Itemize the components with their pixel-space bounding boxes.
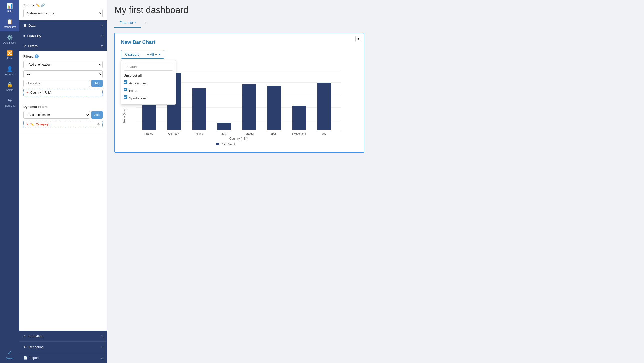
label-switzerland: Switzerland bbox=[292, 132, 306, 135]
data-icon: 📊 bbox=[7, 3, 13, 9]
filter-operator-select[interactable]: == bbox=[24, 70, 103, 78]
admin-icon: 🔒 bbox=[7, 82, 13, 88]
tab-first[interactable]: First tab ▾ bbox=[114, 18, 141, 28]
export-chevron-icon bbox=[102, 356, 103, 360]
section-export[interactable]: 📄 Export bbox=[20, 352, 107, 363]
dynamic-filter-edit-icon[interactable]: ✏️ bbox=[30, 122, 34, 126]
formatting-icon: A bbox=[24, 334, 26, 338]
source-title: Source ✏️ 🔗 bbox=[24, 4, 103, 7]
y-axis-label: Price (sum) bbox=[123, 108, 126, 123]
dynamic-filter-add-button[interactable]: Add bbox=[92, 111, 103, 119]
label-portugal: Portugal bbox=[244, 132, 254, 135]
main-content: My first dashboard First tab ▾ + ▾ New B… bbox=[107, 0, 644, 363]
dynamic-filter-remove-icon[interactable]: ✕ bbox=[26, 123, 29, 126]
checkbox-sport-shoes-input[interactable] bbox=[124, 96, 127, 99]
checkbox-accessories-label: Accessories bbox=[129, 82, 147, 85]
rendering-icon: 👁 bbox=[24, 345, 27, 349]
export-label: Export bbox=[30, 356, 39, 360]
checkbox-bikes-input[interactable] bbox=[124, 88, 127, 92]
saved-checkmark-icon: ✓ bbox=[8, 350, 12, 356]
category-dropdown-popup: Unselect all Accessories Bikes Sport sho… bbox=[121, 60, 176, 105]
page-title: My first dashboard bbox=[114, 5, 636, 16]
dynamic-filter-gear-icon[interactable]: ⚙ bbox=[97, 123, 100, 126]
filters-chevron-icon: ▾ bbox=[101, 44, 103, 48]
account-icon: 👤 bbox=[7, 66, 13, 72]
nav-dashboards[interactable]: 📋 Dashboards bbox=[0, 16, 20, 32]
category-filter-button[interactable]: Category — -- All -- ▾ bbox=[121, 50, 164, 59]
bar-portugal bbox=[242, 84, 256, 130]
category-filter-container: Category — -- All -- ▾ Unselect all Acce… bbox=[121, 50, 164, 63]
main-header: My first dashboard bbox=[107, 0, 644, 18]
nav-admin[interactable]: 🔒 Admin bbox=[0, 79, 20, 94]
flow-icon: 🔀 bbox=[7, 50, 13, 56]
data-section-icon: ▦ bbox=[24, 24, 26, 28]
edit-link-icon[interactable]: 🔗 bbox=[41, 4, 45, 7]
active-filter-tag: ✕ Country != USA bbox=[24, 89, 103, 96]
filters-help-icon[interactable]: ? bbox=[35, 54, 39, 58]
nav-sidebar: 📊 Data 📋 Dashboards ⚙️ Automation 🔀 Flow… bbox=[0, 0, 20, 363]
filters-section-icon: ▽ bbox=[24, 44, 26, 48]
checkbox-bikes-label: Bikes bbox=[129, 89, 137, 93]
category-label: Category bbox=[125, 52, 140, 56]
nav-signout[interactable]: ↪ Sign-Out bbox=[0, 94, 20, 110]
formatting-label: Formatting bbox=[28, 334, 43, 338]
nav-saved: ✓ Saved bbox=[0, 347, 20, 363]
section-order-by[interactable]: ≡ Order By bbox=[20, 31, 107, 41]
nav-admin-label: Admin bbox=[6, 89, 13, 92]
nav-signout-label: Sign-Out bbox=[5, 104, 14, 107]
source-section: Source ✏️ 🔗 Sales-demo-en.xlsx bbox=[20, 0, 107, 20]
filters-area: Filters ? --Add one header-- == Add ✕ Co… bbox=[20, 51, 107, 102]
checkbox-sport-shoes-label: Sport shoes bbox=[129, 96, 146, 100]
tab-dropdown-icon[interactable]: ▾ bbox=[134, 21, 136, 24]
dashboards-icon: 📋 bbox=[7, 19, 13, 25]
dynamic-filter-label: Category bbox=[36, 123, 96, 126]
automation-icon: ⚙️ bbox=[7, 34, 13, 40]
section-formatting[interactable]: A Formatting bbox=[20, 331, 107, 342]
filters-section-label: Filters bbox=[28, 44, 38, 48]
dynamic-filters-area: Dynamic Filters --Add one header-- Add ✕… bbox=[20, 102, 107, 133]
checkbox-accessories-input[interactable] bbox=[124, 80, 127, 84]
label-ireland: Ireland bbox=[195, 132, 203, 135]
category-chevron-icon: ▾ bbox=[159, 53, 160, 56]
nav-data[interactable]: 📊 Data bbox=[0, 0, 20, 16]
section-rendering[interactable]: 👁 Rendering bbox=[20, 342, 107, 352]
filter-header-select[interactable]: --Add one header-- bbox=[24, 61, 103, 68]
checkbox-sport-shoes[interactable]: Sport shoes bbox=[124, 94, 173, 102]
rendering-chevron-icon bbox=[102, 345, 103, 349]
dynamic-filters-title: Dynamic Filters bbox=[24, 105, 103, 109]
chart-card: ▾ New Bar Chart Category — -- All -- ▾ U… bbox=[114, 33, 364, 153]
category-value: -- All -- bbox=[147, 52, 157, 56]
legend-label: Price (sum) bbox=[221, 143, 235, 145]
filter-add-button[interactable]: Add bbox=[92, 80, 103, 87]
source-title-text: Source bbox=[24, 4, 34, 7]
tab-first-label: First tab bbox=[120, 20, 133, 25]
data-chevron-icon bbox=[102, 23, 103, 28]
label-uk: UK bbox=[322, 132, 326, 135]
edit-icon[interactable]: ✏️ bbox=[36, 4, 40, 7]
bar-spain bbox=[267, 86, 281, 130]
rendering-label: Rendering bbox=[29, 345, 44, 349]
checkbox-bikes[interactable]: Bikes bbox=[124, 87, 173, 94]
label-spain: Spain bbox=[270, 132, 278, 135]
section-filters[interactable]: ▽ Filters ▾ bbox=[20, 41, 107, 51]
checkbox-accessories[interactable]: Accessories bbox=[124, 80, 173, 87]
nav-account[interactable]: 👤 Account bbox=[0, 63, 20, 79]
section-data[interactable]: ▦ Data bbox=[20, 20, 107, 31]
unselect-all-button[interactable]: Unselect all bbox=[124, 73, 173, 80]
label-italy: Italy bbox=[222, 132, 227, 135]
order-by-chevron-icon bbox=[102, 34, 103, 38]
bar-ireland bbox=[192, 88, 206, 130]
nav-automation[interactable]: ⚙️ Automation bbox=[0, 32, 20, 47]
source-select[interactable]: Sales-demo-en.xlsx bbox=[24, 9, 103, 18]
chart-dropdown-button[interactable]: ▾ bbox=[356, 36, 362, 42]
dropdown-search-input[interactable] bbox=[124, 63, 173, 71]
tab-add-button[interactable]: + bbox=[141, 18, 151, 28]
filter-value-input[interactable] bbox=[24, 80, 90, 87]
dynamic-filter-select[interactable]: --Add one header-- bbox=[24, 111, 90, 119]
signout-icon: ↪ bbox=[8, 98, 12, 104]
filter-remove-icon[interactable]: ✕ bbox=[26, 91, 29, 94]
nav-flow[interactable]: 🔀 Flow bbox=[0, 47, 20, 63]
chart-title: New Bar Chart bbox=[121, 40, 358, 45]
formatting-chevron-icon bbox=[102, 334, 103, 338]
panel-sidebar: Source ✏️ 🔗 Sales-demo-en.xlsx ▦ Data ≡ … bbox=[20, 0, 107, 363]
